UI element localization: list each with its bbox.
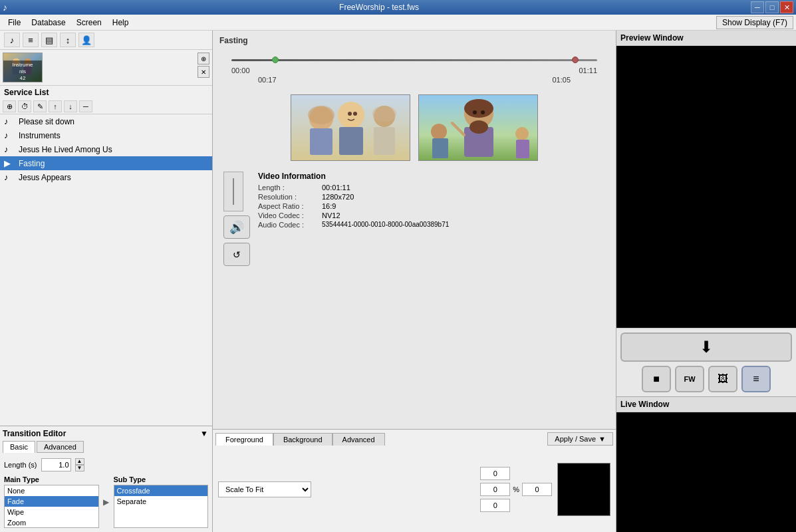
info-audio-key: Audio Codec :	[258, 221, 318, 229]
num-row-2	[480, 499, 552, 512]
spinner-down-button[interactable]: ▼	[75, 465, 84, 471]
image-icon: 🖼	[718, 373, 728, 385]
scale-select[interactable]: Scale To Fit Stretch To Fit Actual Size	[218, 481, 311, 497]
main-type-wipe[interactable]: Wipe	[5, 507, 98, 517]
sub-type-label: Sub Type	[114, 475, 209, 483]
service-item-1[interactable]: ♪ Instruments	[0, 128, 212, 142]
seek-area	[223, 172, 250, 211]
scrubber-handle-end[interactable]	[572, 57, 579, 63]
audio-button[interactable]: 🔊	[223, 215, 250, 239]
loop-button[interactable]: ↺	[223, 243, 250, 266]
video-thumb-2[interactable]	[418, 94, 538, 161]
service-thumbnail: Instrume nls 42	[3, 53, 43, 82]
service-time-icon[interactable]: ⏱	[18, 100, 31, 112]
length-label: Length (s)	[4, 461, 37, 469]
svg-rect-7	[310, 128, 332, 155]
tab-content: Scale To Fit Stretch To Fit Actual Size …	[215, 450, 613, 529]
main-type-list: None Fade Wipe Zoom	[4, 485, 99, 528]
menu-screen[interactable]: Screen	[71, 17, 107, 29]
service-edit-icon[interactable]: ✎	[33, 100, 47, 112]
thumbnail-label: Instrume nls 42	[3, 61, 42, 82]
service-add-icon[interactable]: ⊕	[3, 100, 16, 112]
tab-foreground[interactable]: Foreground	[215, 433, 273, 446]
num-input-left[interactable]	[480, 483, 510, 496]
toolbar-list-icon[interactable]: ≡	[23, 33, 39, 47]
num-input-right[interactable]	[522, 483, 552, 496]
maximize-button[interactable]: □	[765, 1, 779, 13]
preview-download-button[interactable]: ⬇	[620, 332, 792, 362]
service-item-area: Instrume nls 42 ⊕ ✕	[0, 50, 212, 86]
service-list-toolbar: ⊕ ⏱ ✎ ↑ ↓ ─	[0, 99, 212, 114]
title-bar-left: ♪	[3, 2, 7, 13]
list-icon: ≡	[753, 373, 759, 385]
main-type-fade[interactable]: Fade	[5, 496, 98, 507]
menu-help[interactable]: Help	[107, 17, 134, 29]
remove-item-button[interactable]: ✕	[198, 66, 209, 78]
preview-list-button[interactable]: ≡	[741, 366, 771, 392]
transition-collapse-button[interactable]: ▼	[199, 429, 209, 438]
preview-controls: ⬇ ■ FW 🖼 ≡	[616, 328, 796, 396]
main-layout: ♪ ≡ ▤ ↕ 👤	[0, 31, 796, 532]
pct-label: %	[513, 485, 519, 493]
svg-rect-26	[516, 140, 529, 158]
svg-point-15	[353, 112, 357, 116]
preview-section: Preview Window ⬇ ■ FW 🖼	[616, 31, 796, 396]
video-info-area: 🔊 ↺ Video Information Length : 00:01:11 …	[217, 168, 612, 270]
color-box[interactable]	[557, 463, 610, 516]
svg-point-13	[372, 106, 396, 122]
service-item-icon-1: ♪	[4, 130, 15, 140]
service-item-label-0: Please sit down	[19, 117, 74, 126]
info-codec-key: Video Codec :	[258, 211, 318, 219]
service-item-0[interactable]: ♪ Please sit down	[0, 114, 212, 128]
title-bar: ♪ FreeWorship - test.fws ─ □ ✕	[0, 0, 796, 15]
info-codec: Video Codec : NV12	[258, 211, 605, 219]
video-section-label: Fasting	[217, 35, 612, 47]
num-input-top[interactable]	[480, 467, 510, 480]
info-length-key: Length :	[258, 184, 318, 192]
right-panel: Preview Window ⬇ ■ FW 🖼	[616, 31, 796, 532]
apply-save-button[interactable]: Apply / Save ▼	[547, 432, 613, 446]
main-type-none[interactable]: None	[5, 485, 98, 496]
sub-type-crossfade[interactable]: Crossfade	[114, 485, 208, 496]
preview-fw-button[interactable]: FW	[675, 366, 704, 392]
service-item-2[interactable]: ♪ Jesus He Lived Among Us	[0, 142, 212, 156]
main-type-zoom[interactable]: Zoom	[5, 517, 98, 528]
tab-advanced[interactable]: Advanced	[332, 433, 385, 446]
window-title: FreeWorship - test.fws	[7, 3, 751, 12]
number-inputs: %	[480, 467, 552, 512]
menu-file[interactable]: File	[3, 17, 26, 29]
spinner-up-button[interactable]: ▲	[75, 458, 84, 465]
sub-type-separate[interactable]: Separate	[114, 496, 208, 507]
add-item-button[interactable]: ⊕	[198, 53, 209, 65]
toolbar-user-icon[interactable]: 👤	[78, 33, 94, 47]
preview-screen-button[interactable]: ■	[642, 366, 671, 392]
preview-image-button[interactable]: 🖼	[708, 366, 737, 392]
transition-tab-basic[interactable]: Basic	[3, 441, 35, 453]
svg-point-20	[469, 120, 488, 134]
type-row: Main Type None Fade Wipe Zoom ▶ Sub Type…	[4, 475, 208, 528]
num-input-bottom[interactable]	[480, 499, 510, 512]
tab-background[interactable]: Background	[273, 433, 332, 446]
length-row: Length (s) ▲ ▼	[4, 458, 208, 471]
service-up-icon[interactable]: ↑	[49, 100, 62, 112]
scrubber-handle-start[interactable]	[272, 57, 279, 63]
service-down-icon[interactable]: ↓	[64, 100, 77, 112]
length-input[interactable]	[41, 458, 71, 471]
main-type-label: Main Type	[4, 475, 99, 483]
toolbar-slide-icon[interactable]: ▤	[41, 33, 57, 47]
transition-tab-advanced[interactable]: Advanced	[37, 441, 84, 453]
minimize-button[interactable]: ─	[751, 1, 764, 13]
service-item-4[interactable]: ♪ Jesus Appears	[0, 170, 212, 184]
app-icon: ♪	[3, 2, 7, 13]
video-thumb-1[interactable]	[291, 94, 410, 161]
toolbar-music-icon[interactable]: ♪	[4, 33, 20, 47]
service-item-3[interactable]: ▶ Fasting	[0, 156, 212, 170]
scrubber-track[interactable]	[231, 55, 597, 65]
menu-database[interactable]: Database	[26, 17, 70, 29]
show-display-button[interactable]: Show Display (F7)	[716, 16, 793, 29]
video-info-text: Video Information Length : 00:01:11 Reso…	[258, 172, 605, 230]
close-button[interactable]: ✕	[780, 1, 793, 13]
toolbar-sort-icon[interactable]: ↕	[60, 33, 76, 47]
svg-point-14	[348, 112, 352, 116]
service-line-icon[interactable]: ─	[79, 100, 92, 112]
